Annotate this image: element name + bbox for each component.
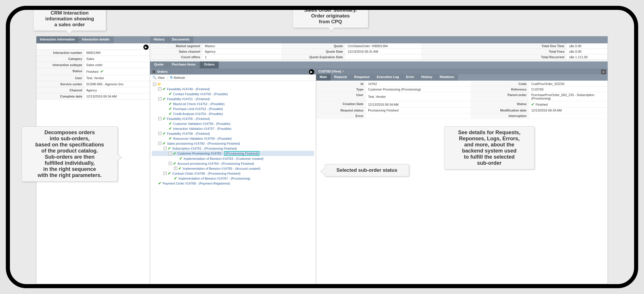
orders-panel-title: Orders [157, 70, 168, 73]
tree-node-label[interactable]: Interaction Validation #14757 - (Possibl… [173, 127, 231, 130]
tab-quote[interactable]: Quote [150, 61, 168, 68]
tab-detail-history[interactable]: History [418, 74, 436, 81]
collapse-icon[interactable]: − [153, 83, 156, 86]
tree-node-label[interactable]: BlackList Check #14752 - (Possible) [173, 102, 225, 106]
tree-node[interactable]: ✔Implementation of Beesion #14763 - (Cus… [152, 156, 314, 161]
close-tab-icon[interactable]: × [342, 70, 344, 73]
check-icon: ✔ [158, 181, 161, 185]
tree-node[interactable]: −✔Subscription #14761 - (Provisioning Fi… [152, 146, 314, 151]
tab-history[interactable]: History [150, 36, 168, 43]
view-button[interactable]: 🔍View [152, 76, 165, 79]
tab-interaction-information[interactable]: Interaction information [36, 36, 79, 43]
tree-node-label[interactable]: Feasibility #14749 - (Finished) [167, 87, 210, 91]
collapse-icon[interactable]: − [169, 162, 172, 165]
tree-node-label[interactable]: Feasibility #14758 - (Finished) [167, 132, 210, 135]
tree-node-label[interactable]: Contract Order #14766 - (Provisioning Fi… [172, 172, 240, 175]
folder-icon: 📁 [157, 82, 161, 86]
tree-node[interactable]: −✔Feasibility #14755 - (Finished) [152, 116, 314, 121]
kv-row: CategorySales [36, 56, 150, 62]
summary-value: Masivo [203, 43, 281, 49]
tab-documents[interactable]: Documents [168, 36, 193, 43]
tab-main[interactable]: Main [316, 74, 331, 81]
tree-node[interactable]: −✔Account provisioning #14764 - (Provisi… [152, 161, 314, 166]
detail-label: User [316, 92, 366, 101]
kv-label: User [36, 75, 85, 81]
refresh-button[interactable]: ↻Refresh [170, 76, 185, 79]
tab-execution-log[interactable]: Execution Log [373, 74, 403, 81]
kv-value: Finished✔ [85, 68, 150, 75]
collapse-icon[interactable]: − [163, 147, 167, 150]
tree-node-label[interactable]: Subscription #14761 - (Provisioning Fini… [172, 147, 237, 150]
check-icon: ✔ [163, 131, 166, 136]
collapse-orders-button[interactable]: ▶ [309, 69, 314, 75]
tree-node-label[interactable]: Implementation of Beesion #14765 - (Acco… [183, 167, 261, 170]
tree-node-label[interactable]: Feasibility #14751 - (Finished) [167, 97, 210, 101]
tree-node[interactable]: −✔Feasibility #14758 - (Finished) [152, 131, 314, 136]
tree-node-label[interactable]: Resources Validation #14759 - (Possible) [173, 137, 232, 140]
tree-node[interactable]: ✔Payment Order #14768 - (Payment Registe… [152, 181, 314, 186]
tree-node[interactable]: −✔Feasibility #14749 - (Finished) [152, 86, 314, 91]
close-panel-button[interactable]: × [601, 70, 606, 74]
collapse-icon[interactable]: − [158, 132, 161, 135]
detail-value: Provisioning Finished [366, 108, 471, 113]
tab-orders[interactable]: Orders [200, 61, 219, 68]
tree-node[interactable]: −✔Feasibility #14751 - (Finished) [152, 96, 314, 101]
tab-purchase-items[interactable]: Purchase items [168, 61, 200, 68]
tree-node-label[interactable]: Implementation of Beesion #14767 - (Prov… [178, 177, 250, 180]
summary-label: Total One Time [421, 43, 567, 49]
callout-decompose: Decomposes orders into sub-orders, based… [22, 126, 118, 182]
tree-node-label[interactable]: Customer Validation #14756 - (Possible) [173, 122, 230, 125]
check-icon: ✔ [178, 166, 182, 171]
orders-panel-header: Orders ▶ [150, 68, 316, 75]
detail-label: Error [316, 113, 366, 118]
kv-value: Test, Vendor [85, 75, 150, 81]
detail-label: Interruption [471, 113, 529, 118]
tree-node[interactable]: ✔Interaction Validation #14757 - (Possib… [152, 126, 314, 131]
summary-label: Total Fees [421, 49, 567, 54]
tree-node[interactable]: −✔Contract Order #14766 - (Provisioning … [152, 171, 314, 176]
tree-node[interactable]: ✔Resources Validation #14759 - (Possible… [152, 136, 314, 141]
collapse-icon[interactable]: − [158, 97, 161, 100]
tree-node[interactable]: −📁 [152, 82, 314, 86]
detail-row: UserTest, VendorParent orderPurchaseProv… [316, 92, 608, 101]
tab-request[interactable]: Request [331, 74, 351, 81]
tab-response[interactable]: Response [351, 74, 373, 81]
collapse-icon[interactable]: − [158, 117, 161, 120]
summary-row: Sales channel Agency Quote Date 12/13/20… [150, 49, 608, 54]
summary-label: Quote Expiration Date [281, 54, 345, 60]
tree-node-label[interactable]: Account provisioning #14764 - (Provision… [177, 162, 254, 165]
tree-node-label[interactable]: Purchase Limit #14753 - (Possible) [173, 107, 223, 111]
tree-node[interactable]: ✔BlackList Check #14752 - (Possible) [152, 101, 314, 106]
expand-icon[interactable]: + [174, 167, 177, 170]
detail-row: ErrorInterruption [316, 113, 608, 119]
tab-error[interactable]: Error [403, 74, 418, 81]
tree-node-label[interactable]: Credit Analysis #14754 - (Possible) [173, 112, 223, 116]
tree-node[interactable]: −✔Customer Provisioning #14762 - (Provis… [152, 151, 314, 156]
tree-node[interactable]: −✔Sales provisioning #14760 - (Provision… [152, 141, 314, 146]
tab-relations[interactable]: Relations [436, 74, 458, 81]
collapse-icon[interactable]: − [163, 172, 167, 175]
tree-node-label[interactable]: Sales provisioning #14760 - (Provisionin… [167, 142, 240, 145]
check-icon: ✔ [163, 87, 166, 91]
kv-label: Interaction subtype [36, 62, 85, 68]
kv-value: Sales order [85, 62, 150, 68]
tree-node-label[interactable]: Feasibility #14755 - (Finished) [167, 117, 210, 121]
tree-node[interactable]: ✔Purchase Limit #14753 - (Possible) [152, 106, 314, 111]
check-icon: ✔ [169, 107, 172, 111]
tree-node[interactable]: ✔Customer Validation #14756 - (Possible) [152, 121, 314, 126]
tree-node[interactable]: +✔Implementation of Beesion #14765 - (Ac… [152, 166, 314, 171]
collapse-left-button[interactable]: ▶ [143, 45, 149, 50]
tree-node[interactable]: ✔Credit Analysis #14754 - (Possible) [152, 111, 314, 116]
collapse-icon[interactable]: − [158, 142, 161, 145]
orders-tree[interactable]: −📁−✔Feasibility #14749 - (Finished)✔Cont… [150, 81, 316, 284]
collapse-icon[interactable]: − [158, 87, 161, 91]
tree-node[interactable]: ✔Implementation of Beesion #14767 - (Pro… [152, 176, 314, 181]
tree-node-label[interactable]: Payment Order #14768 - (Payment Register… [163, 182, 230, 185]
tab-interaction-details[interactable]: Interaction details [79, 36, 113, 43]
kv-value: Agency [85, 87, 150, 93]
tree-node-label[interactable]: Customer Provisioning #14762 - [177, 152, 223, 155]
tree-node[interactable]: ✔Contact Feasibility #14750 - (Possible) [152, 91, 314, 96]
collapse-icon[interactable]: − [169, 152, 172, 155]
tree-node-label[interactable]: Contact Feasibility #14750 - (Possible) [173, 92, 228, 96]
tree-node-label[interactable]: Implementation of Beesion #14763 - (Cust… [184, 157, 264, 160]
